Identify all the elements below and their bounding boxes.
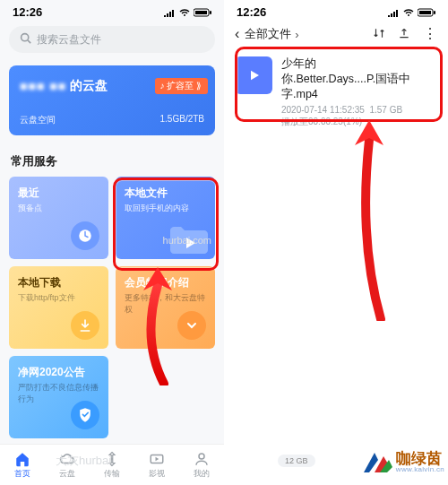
tile-download[interactable]: 本地下载 下载http/ftp文件 bbox=[9, 266, 108, 349]
tab-home[interactable]: 首页 bbox=[14, 451, 30, 480]
status-icons bbox=[163, 8, 211, 17]
back-button[interactable]: ‹ bbox=[235, 26, 239, 42]
tab-video[interactable]: 影视 bbox=[149, 451, 165, 480]
owner-blur: ■■■ ■■ bbox=[20, 79, 66, 93]
search-icon bbox=[20, 32, 31, 47]
battery-icon bbox=[194, 8, 211, 17]
chevron-down-icon bbox=[177, 311, 206, 340]
signal-icon bbox=[387, 8, 400, 17]
shield-icon bbox=[71, 401, 99, 429]
sort-button[interactable] bbox=[373, 27, 385, 42]
status-time-r: 12:26 bbox=[237, 5, 266, 19]
space-usage: 1.5GB/2TB bbox=[160, 114, 204, 126]
video-thumb bbox=[235, 56, 272, 94]
left-phone: 12:26 搜索云盘文件 ■■■ ■■ 的云盘 ♪ 扩容至 ⟫ 云盘空间 1.5… bbox=[0, 0, 224, 485]
tile-local-files[interactable]: 本地文件 取回到手机的内容 bbox=[116, 177, 215, 259]
clock-icon bbox=[71, 221, 99, 250]
file-row[interactable]: 少年的 你.Better.Days....P.国语中字.mp4 2020-07-… bbox=[224, 48, 448, 139]
svg-rect-1 bbox=[195, 11, 207, 14]
tile-notice[interactable]: 净网2020公告 严防打击不良信息传播行为 bbox=[9, 356, 108, 438]
svg-rect-2 bbox=[210, 11, 211, 14]
upload-button[interactable] bbox=[398, 27, 410, 42]
logo-mark bbox=[362, 449, 392, 474]
download-icon bbox=[71, 311, 99, 340]
wifi-icon bbox=[402, 8, 415, 17]
breadcrumb: ‹ 全部文件 › ⋮ bbox=[224, 21, 448, 48]
svg-rect-10 bbox=[434, 11, 435, 14]
chevron-right-icon: › bbox=[295, 28, 298, 41]
watermark-2: 大灰hurbai bbox=[56, 453, 111, 469]
status-time: 12:26 bbox=[13, 5, 42, 19]
tile-member[interactable]: 会员特权介绍 更多特权，和大云盘特权 bbox=[116, 266, 215, 349]
status-bar: 12:26 bbox=[0, 0, 224, 21]
svg-point-7 bbox=[199, 454, 204, 459]
svg-rect-9 bbox=[419, 11, 431, 14]
storage-pill: 12 GB bbox=[278, 455, 315, 467]
tile-recent[interactable]: 最近 预备点 bbox=[9, 177, 108, 259]
service-grid: 最近 预备点 本地文件 取回到手机的内容 本地下载 下载http/ftp文件 会… bbox=[0, 177, 224, 438]
storage-card[interactable]: ■■■ ■■ 的云盘 ♪ 扩容至 ⟫ 云盘空间 1.5GB/2TB bbox=[9, 65, 215, 135]
breadcrumb-root[interactable]: 全部文件 bbox=[245, 26, 291, 42]
battery-icon bbox=[418, 8, 435, 17]
logo-url: www.kalvin.cn bbox=[396, 466, 444, 473]
logo-cn: 咖绿茵 bbox=[396, 451, 444, 466]
expand-badge[interactable]: ♪ 扩容至 ⟫ bbox=[155, 78, 208, 94]
brand-logo: 咖绿茵 www.kalvin.cn bbox=[362, 449, 444, 474]
section-title: 常用服务 bbox=[11, 153, 213, 169]
file-info: 2020-07-14 11:52:35 1.57 GB bbox=[281, 105, 437, 115]
signal-icon bbox=[163, 8, 176, 17]
file-progress: 播放至00:00:23(1%) bbox=[281, 116, 437, 128]
space-label: 云盘空间 bbox=[20, 114, 56, 126]
more-button[interactable]: ⋮ bbox=[423, 28, 437, 40]
tabbar: 首页 云盘 传输 影视 我的 bbox=[0, 444, 224, 485]
svg-point-3 bbox=[22, 34, 29, 41]
right-phone: 12:26 ‹ 全部文件 › ⋮ 少年的 bbox=[224, 0, 448, 485]
svg-line-4 bbox=[28, 40, 30, 43]
search-placeholder: 搜索云盘文件 bbox=[37, 32, 101, 48]
tab-me[interactable]: 我的 bbox=[194, 451, 210, 480]
storage-title: 的云盘 bbox=[70, 78, 108, 94]
watermark-1: hurbai.com bbox=[163, 235, 211, 246]
status-bar-r: 12:26 bbox=[224, 0, 448, 21]
wifi-icon bbox=[178, 8, 191, 17]
search-input[interactable]: 搜索云盘文件 bbox=[9, 26, 215, 53]
file-name: 少年的 你.Better.Days....P.国语中字.mp4 bbox=[281, 56, 437, 102]
